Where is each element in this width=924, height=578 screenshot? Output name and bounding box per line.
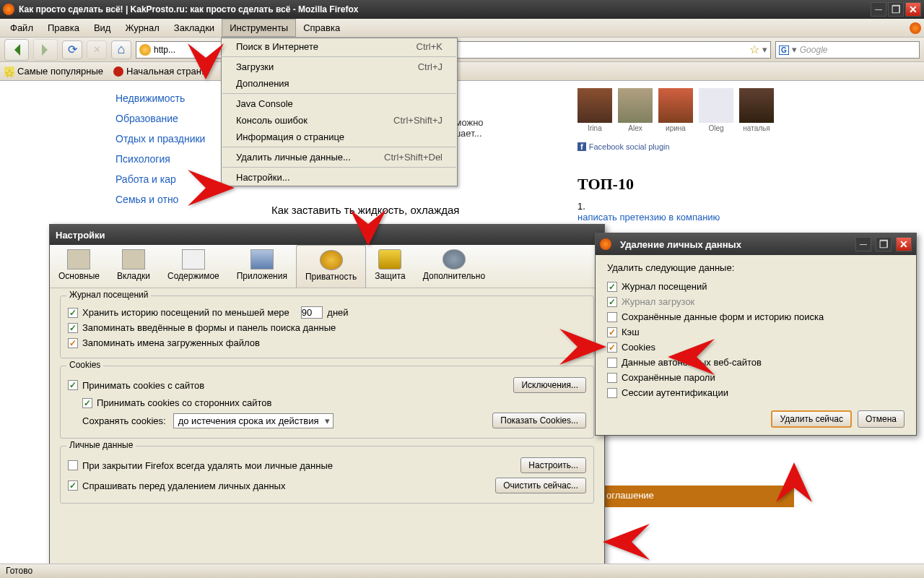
page-icon (113, 66, 123, 77)
configure-button[interactable]: Настроить... (520, 457, 586, 473)
chk-form-data[interactable] (607, 312, 617, 322)
minimize-button[interactable]: ─ (871, 2, 886, 17)
menu-edit[interactable]: Правка (40, 20, 87, 36)
orange-banner[interactable]: оглашение (599, 486, 794, 507)
search-placeholder: Google (800, 45, 828, 55)
menu-downloads[interactable]: ЗагрузкиCtrl+J (222, 59, 457, 75)
menu-addons[interactable]: Дополнения (222, 75, 457, 92)
settings-tabstrip: Основные Вкладки Содержимое Приложения П… (50, 245, 604, 288)
red-arrow-icon (180, 36, 231, 87)
red-arrow-icon (769, 459, 819, 509)
menu-separator (222, 56, 456, 57)
svg-marker-2 (350, 210, 386, 246)
search-bar[interactable]: ▾ Google (775, 41, 920, 59)
group-history: Журнал посещений Хранить историю посещен… (60, 296, 594, 358)
throbber-icon (910, 22, 921, 34)
clear-data-dialog: Удаление личных данных ─ ❐ ✕ Удалить сле… (595, 233, 917, 436)
window-titlebar: Как просто сделать всё! | KakProsto.ru: … (0, 0, 924, 19)
chk-thirdparty-cookies[interactable] (82, 398, 92, 408)
exceptions-button[interactable]: Исключения... (513, 377, 586, 393)
chk-remember-forms[interactable] (68, 323, 78, 333)
firefox-icon (600, 238, 611, 250)
tab-content[interactable]: Содержимое (159, 245, 228, 288)
chk-remember-downloads[interactable] (68, 338, 78, 348)
favicon-icon (139, 44, 151, 56)
svg-marker-5 (776, 462, 812, 502)
status-bar: Готово (0, 564, 924, 578)
tab-advanced[interactable]: Дополнительно (414, 245, 494, 288)
group-cookies: Cookies Принимать cookies с сайтов Исклю… (60, 366, 594, 439)
menu-history[interactable]: Журнал (118, 20, 166, 36)
url-dropdown-icon[interactable]: ▾ (762, 44, 767, 55)
clear-now-button[interactable]: Очистить сейчас... (495, 478, 586, 493)
minimize-button[interactable]: ─ (855, 237, 871, 251)
chk-accept-cookies[interactable] (68, 380, 78, 390)
bookmark-star-icon[interactable] (749, 43, 759, 56)
menu-help[interactable]: Справка (296, 20, 347, 36)
menu-clear-private-data[interactable]: Удалить личные данные...Ctrl+Shift+Del (222, 149, 457, 165)
chk-ask-before-clear[interactable] (68, 480, 78, 491)
chk-download-history (607, 297, 617, 307)
menu-bookmarks[interactable]: Закладки (167, 20, 222, 36)
menu-options[interactable]: Настройки... (222, 169, 457, 186)
days-input[interactable]: 90 (301, 306, 323, 319)
settings-dialog: Настройки Основные Вкладки Содержимое Пр… (49, 224, 605, 567)
svg-marker-3 (559, 329, 606, 365)
menu-error-console[interactable]: Консоль ошибокCtrl+Shift+J (222, 112, 457, 129)
top10-block: ТОП-10 1. написать претензию в компанию (578, 175, 720, 223)
menu-java-console[interactable]: Java Console (222, 95, 457, 112)
close-button[interactable]: ✕ (896, 237, 912, 251)
bookmark-most-visited[interactable]: Самые популярные (4, 66, 103, 77)
svg-marker-0 (188, 43, 224, 79)
close-button[interactable]: ✕ (905, 2, 921, 17)
group-private-data: Личные данные При закрытии Firefox всегд… (60, 446, 594, 504)
tab-main[interactable]: Основные (50, 245, 108, 288)
avatar[interactable] (618, 88, 653, 123)
avatar[interactable] (699, 88, 733, 123)
chk-clear-on-close[interactable] (68, 460, 78, 470)
show-cookies-button[interactable]: Показать Cookies... (492, 413, 586, 428)
avatar[interactable] (739, 88, 774, 123)
maximize-button[interactable]: ❐ (888, 2, 904, 17)
sidebar-link[interactable]: Отдых и праздники (116, 129, 238, 149)
red-arrow-icon (343, 202, 393, 253)
navigation-toolbar: http... ▾ ▾ Google (0, 38, 924, 62)
maximize-button[interactable]: ❐ (876, 237, 892, 251)
tab-tabs[interactable]: Вкладки (108, 245, 159, 288)
chk-history[interactable] (607, 282, 617, 292)
menu-page-info[interactable]: Информация о странице (222, 129, 457, 145)
google-icon[interactable] (779, 44, 789, 55)
chk-keep-history[interactable] (68, 308, 78, 318)
svg-marker-6 (603, 524, 650, 560)
cancel-button[interactable]: Отмена (858, 410, 905, 428)
red-arrow-icon (180, 166, 238, 210)
tools-dropdown: Поиск в ИнтернетеCtrl+K ЗагрузкиCtrl+J Д… (221, 38, 458, 186)
sidebar-link[interactable]: Образование (116, 108, 238, 129)
home-button[interactable] (111, 40, 131, 59)
facebook-widget: Irina Alex ирина Oleg наталья Facebook s… (578, 88, 794, 151)
delete-now-button[interactable]: Удалить сейчас (771, 410, 851, 428)
tab-applications[interactable]: Приложения (228, 245, 296, 288)
clear-data-titlebar: Удаление личных данных ─ ❐ ✕ (596, 233, 916, 255)
sidebar-link[interactable]: Недвижимость (116, 88, 238, 108)
menu-separator (222, 147, 456, 147)
avatar[interactable] (578, 88, 612, 123)
avatar[interactable] (658, 88, 693, 123)
menu-separator (222, 167, 456, 168)
top10-link[interactable]: написать претензию в компанию (578, 212, 720, 223)
reload-button[interactable] (62, 40, 82, 59)
chk-sessions[interactable] (607, 388, 617, 398)
menu-file[interactable]: Файл (3, 20, 40, 36)
search-engine-dropdown-icon[interactable]: ▾ (792, 44, 797, 55)
cookie-keep-select[interactable]: до истечения срока их действия (173, 413, 334, 428)
menu-search-web[interactable]: Поиск в ИнтернетеCtrl+K (222, 38, 457, 55)
stop-button[interactable] (87, 40, 107, 59)
fb-plugin-label[interactable]: Facebook social plugin (578, 142, 794, 151)
window-title: Как просто сделать всё! | KakProsto.ru: … (19, 4, 871, 14)
forward-button[interactable] (33, 39, 58, 61)
settings-titlebar: Настройки (50, 225, 604, 245)
menu-view[interactable]: Вид (87, 20, 118, 36)
back-button[interactable] (4, 39, 29, 61)
chk-passwords[interactable] (607, 373, 617, 383)
menu-tools[interactable]: Инструменты (222, 19, 296, 37)
